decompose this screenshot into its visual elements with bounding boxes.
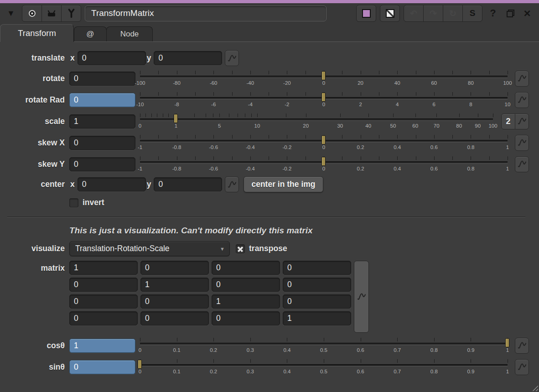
matrix-cell-3-1[interactable] [140, 311, 209, 325]
slider-track[interactable] [140, 364, 508, 366]
matrix-curve-button[interactable] [354, 261, 369, 333]
matrix-cell-0-0[interactable] [69, 261, 138, 275]
undo-icon: ↶ [410, 8, 417, 19]
slider-handle[interactable] [321, 93, 326, 102]
matrix-cell-2-0[interactable] [69, 294, 138, 309]
skew-x-slider[interactable]: -1-0.8-0.6-0.4-0.200.20.40.60.81 [140, 134, 508, 152]
slider-tick-label: 0.3 [247, 347, 254, 353]
slider-handle[interactable] [321, 135, 326, 144]
tab-transform[interactable]: Transform [0, 24, 74, 42]
node-color-swatch-button[interactable] [356, 5, 376, 22]
translate-y-input[interactable] [154, 51, 222, 65]
matrix-cell-2-1[interactable] [140, 294, 209, 309]
slider-tick [416, 135, 416, 139]
center-x-input[interactable] [78, 177, 146, 191]
slider-tick-label: 1 [175, 123, 177, 129]
cos-theta-curve-button[interactable] [515, 338, 529, 354]
close-button[interactable]: × [521, 5, 534, 21]
transpose-checkbox[interactable] [236, 244, 245, 253]
slider-tick-label: 0.4 [394, 166, 401, 171]
node-indicator-button[interactable] [22, 5, 42, 22]
slider-handle[interactable] [321, 157, 326, 166]
matrix-grid [69, 261, 351, 325]
revert-button[interactable]: ↻ [443, 5, 463, 22]
help-button[interactable]: ? [486, 5, 500, 21]
scale-slider[interactable]: 015102030405060708090100 [140, 112, 493, 130]
matrix-cell-2-2[interactable] [212, 294, 280, 309]
slider-track[interactable] [140, 119, 493, 120]
matrix-cell-0-1[interactable] [140, 261, 209, 275]
slider-tick-label: 4 [396, 102, 399, 107]
skew-x-curve-button[interactable] [515, 135, 529, 151]
monitor-node-button[interactable] [41, 5, 62, 22]
gl-color-button[interactable] [380, 5, 400, 22]
matrix-cell-2-3[interactable] [283, 294, 351, 309]
rotate-rad-slider[interactable]: -10-8-6-4-20246810 [140, 91, 508, 109]
sin-theta-slider[interactable]: 00.10.20.30.40.50.60.70.80.91 [140, 358, 508, 376]
scale-label: scale [6, 117, 65, 126]
matrix-cell-1-1[interactable] [140, 278, 209, 292]
cos-theta-input[interactable] [69, 339, 135, 353]
matrix-cell-0-3[interactable] [283, 261, 351, 275]
center-in-img-button[interactable]: center in the img [244, 176, 323, 192]
slider-tick-label: -1 [138, 166, 142, 171]
slider-tick [232, 71, 233, 74]
slider-tick [140, 135, 140, 139]
node-name-input[interactable] [85, 5, 327, 21]
skew-x-input[interactable] [69, 136, 135, 150]
slider-tick [213, 156, 214, 160]
cos-theta-slider[interactable]: 00.10.20.30.40.50.60.70.80.91 [140, 336, 508, 355]
scale-curve-button[interactable] [515, 113, 529, 129]
matrix-cell-3-3[interactable] [283, 311, 351, 325]
matrix-cell-0-2[interactable] [212, 261, 280, 275]
slider-tick [213, 92, 214, 96]
slider-tick [232, 156, 233, 160]
matrix-cell-3-2[interactable] [212, 311, 280, 325]
skew-y-input[interactable] [69, 157, 135, 171]
center-curve-button[interactable] [225, 176, 239, 192]
scale-cycle-button[interactable]: 2 [501, 113, 515, 129]
scale-input[interactable] [69, 114, 135, 129]
redo-button[interactable]: ↷ [423, 5, 443, 22]
slider-handle[interactable] [174, 114, 178, 123]
slider-tick-label: -0.2 [282, 144, 291, 150]
rotate-rad-label: rotate Rad [6, 95, 65, 105]
rotate-slider[interactable]: -100-80-60-40-20020406080100 [140, 69, 508, 88]
slider-track[interactable] [140, 343, 508, 345]
float-window-button[interactable] [503, 5, 517, 21]
rotate-rad-curve-button[interactable] [515, 92, 529, 108]
slider-tick [368, 113, 369, 117]
slider-tick-label: 10 [254, 123, 260, 129]
rotate-rad-input[interactable] [69, 93, 135, 107]
skew-y-curve-button[interactable] [515, 156, 529, 172]
skew-y-slider[interactable]: -1-0.8-0.6-0.4-0.200.20.40.60.81 [140, 155, 508, 173]
node-menu-button[interactable]: ▼ [4, 5, 18, 21]
matrix-cell-3-0[interactable] [69, 311, 138, 325]
matrix-cell-1-0[interactable] [69, 278, 138, 292]
settings-button[interactable] [61, 5, 81, 22]
slider-tick [213, 338, 214, 341]
rotate-input[interactable] [69, 72, 135, 86]
undo-button[interactable]: ↶ [404, 5, 424, 22]
rotate-curve-button[interactable] [515, 71, 529, 87]
matrix-cell-1-3[interactable] [283, 278, 351, 292]
sin-theta-curve-button[interactable] [515, 359, 529, 375]
slider-tick [471, 338, 471, 341]
slider-handle[interactable] [138, 360, 142, 369]
sin-theta-input[interactable] [69, 360, 135, 374]
slider-tick-label: 80 [456, 123, 462, 129]
tab-node[interactable]: Node [106, 26, 153, 41]
slider-handle[interactable] [505, 338, 509, 347]
slider-tick-label: 100 [503, 80, 512, 86]
sticky-button[interactable]: S [462, 5, 482, 22]
tab-at[interactable]: @ [74, 26, 107, 41]
matrix-cell-1-2[interactable] [212, 278, 280, 292]
skew-y-row: skew Y -1-0.8-0.6-0.4-0.200.20.40.60.81 [6, 155, 529, 173]
slider-handle[interactable] [321, 71, 326, 80]
center-y-input[interactable] [154, 177, 222, 191]
translate-curve-button[interactable] [225, 50, 239, 66]
invert-checkbox[interactable] [69, 198, 78, 207]
slider-tick [140, 156, 140, 160]
translate-x-input[interactable] [78, 51, 146, 65]
visualize-dropdown[interactable]: Translation-Rotation-Scale ▼ [69, 241, 230, 256]
